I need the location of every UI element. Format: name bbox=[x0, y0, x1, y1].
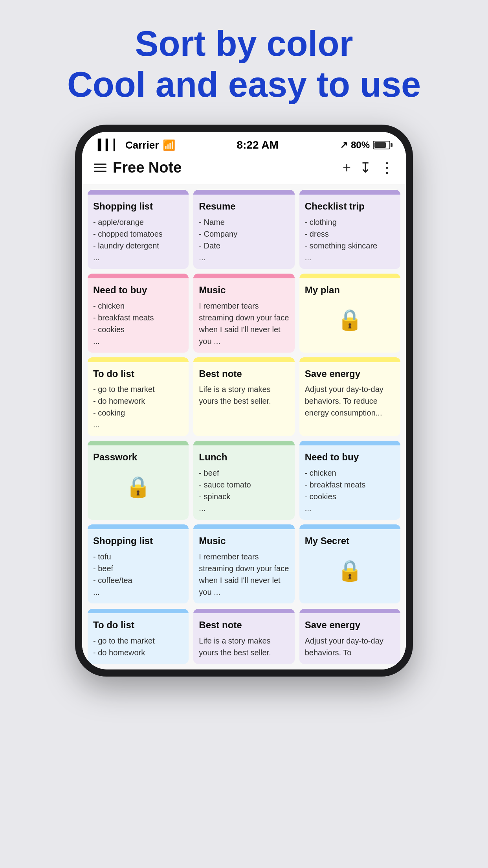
note-title: Need to buy bbox=[305, 452, 395, 463]
note-card-partial-to-do-list-partial[interactable]: To do list - go to the market- do homewo… bbox=[88, 609, 189, 664]
battery-percent: 80% bbox=[351, 140, 370, 151]
app-header-left: Free Note bbox=[94, 159, 182, 176]
note-body: Passwork🔒 bbox=[88, 445, 189, 520]
note-content: - chicken- breakfast meats- cookies ... bbox=[305, 467, 395, 514]
note-title: Save energy bbox=[305, 620, 395, 631]
add-button[interactable]: + bbox=[343, 160, 351, 176]
note-color-bar bbox=[299, 357, 400, 362]
menu-line bbox=[94, 171, 106, 172]
status-right: ↗ 80% bbox=[340, 140, 390, 151]
note-body: Shopping list- apple/orange- chopped tom… bbox=[88, 195, 189, 269]
location-icon: ↗ bbox=[340, 140, 348, 151]
note-body: To do list - go to the market- do homewo… bbox=[88, 613, 189, 664]
note-card-to-do-list[interactable]: To do list- go to the market- do homewor… bbox=[88, 357, 189, 436]
note-body: Checklist trip- clothing- dress- somethi… bbox=[299, 195, 400, 269]
headline-line2: Cool and easy to use bbox=[67, 64, 421, 105]
note-content: - apple/orange- chopped tomatoes- laundr… bbox=[93, 216, 183, 263]
wifi-icon: 📶 bbox=[163, 139, 175, 151]
note-card-my-plan[interactable]: My plan🔒 bbox=[299, 274, 400, 353]
status-bar: ▍▎▏ Carrier 📶 8:22 AM ↗ 80% bbox=[82, 132, 406, 155]
phone-screen: ▍▎▏ Carrier 📶 8:22 AM ↗ 80% bbox=[82, 132, 406, 669]
note-title: Need to buy bbox=[93, 285, 183, 296]
note-color-bar bbox=[88, 441, 189, 445]
menu-line bbox=[94, 164, 106, 165]
note-body: Need to buy- chicken- breakfast meats- c… bbox=[299, 445, 400, 520]
note-body: Lunch- beef- sauce tomato- spinack ... bbox=[193, 445, 294, 520]
note-title: Best note bbox=[199, 620, 289, 631]
notes-grid-partial: To do list - go to the market- do homewo… bbox=[82, 609, 406, 669]
note-color-bar bbox=[193, 441, 294, 445]
note-color-bar bbox=[299, 609, 400, 613]
notes-grid: Shopping list- apple/orange- chopped tom… bbox=[82, 184, 406, 609]
note-content: - beef- sauce tomato- spinack ... bbox=[199, 467, 289, 514]
note-card-passwork[interactable]: Passwork🔒 bbox=[88, 441, 189, 520]
note-content: I remember tears streaming down your fac… bbox=[199, 551, 289, 598]
note-content: Life is a story makes yours the best sel… bbox=[199, 383, 289, 407]
note-card-save-energy[interactable]: Save energyAdjust your day-to-day behavi… bbox=[299, 357, 400, 436]
page-wrapper: Sort by color Cool and easy to use ▍▎▏ C… bbox=[0, 0, 488, 868]
note-title: Music bbox=[199, 535, 289, 547]
note-content: - go to the market- do homework- cooking… bbox=[93, 383, 183, 430]
note-body: Best note Life is a story makes yours th… bbox=[193, 613, 294, 664]
headline-line1: Sort by color bbox=[67, 24, 421, 64]
note-color-bar bbox=[299, 524, 400, 529]
note-body: MusicI remember tears streaming down you… bbox=[193, 278, 294, 353]
note-card-need-to-buy[interactable]: Need to buy- chicken- breakfast meats- c… bbox=[88, 274, 189, 353]
note-card-partial-save-energy-partial[interactable]: Save energy Adjust your day-to-day behav… bbox=[299, 609, 400, 664]
note-body: Shopping list- tofu- beef- coffee/tea ..… bbox=[88, 529, 189, 603]
status-left: ▍▎▏ Carrier 📶 bbox=[98, 139, 175, 151]
note-content: - tofu- beef- coffee/tea ... bbox=[93, 551, 183, 598]
note-card-partial-best-note-partial[interactable]: Best note Life is a story makes yours th… bbox=[193, 609, 294, 664]
note-title: Checklist trip bbox=[305, 201, 395, 212]
note-body: My plan🔒 bbox=[299, 278, 400, 353]
note-color-bar bbox=[299, 441, 400, 445]
note-title: Music bbox=[199, 285, 289, 296]
note-content: - go to the market- do homework bbox=[93, 635, 183, 658]
more-button[interactable]: ⋮ bbox=[380, 160, 394, 176]
note-title: Lunch bbox=[199, 452, 289, 463]
note-color-bar bbox=[88, 609, 189, 613]
note-body: To do list- go to the market- do homewor… bbox=[88, 362, 189, 436]
note-body: Save energy Adjust your day-to-day behav… bbox=[299, 613, 400, 664]
note-card-shopping-list-2[interactable]: Shopping list- tofu- beef- coffee/tea ..… bbox=[88, 524, 189, 603]
note-title: Resume bbox=[199, 201, 289, 212]
note-title: My Secret bbox=[305, 535, 395, 547]
note-color-bar bbox=[193, 524, 294, 529]
note-title: To do list bbox=[93, 620, 183, 631]
signal-icon: ▍▎▏ bbox=[98, 139, 121, 151]
note-card-music[interactable]: MusicI remember tears streaming down you… bbox=[193, 274, 294, 353]
menu-button[interactable] bbox=[94, 164, 106, 172]
note-color-bar bbox=[193, 357, 294, 362]
note-content: - chicken- breakfast meats- cookies ... bbox=[93, 300, 183, 347]
note-card-music-2[interactable]: MusicI remember tears streaming down you… bbox=[193, 524, 294, 603]
note-title: Passwork bbox=[93, 452, 183, 463]
note-title: My plan bbox=[305, 285, 395, 296]
note-card-lunch[interactable]: Lunch- beef- sauce tomato- spinack ... bbox=[193, 441, 294, 520]
note-body: Save energyAdjust your day-to-day behavi… bbox=[299, 362, 400, 436]
note-body: Best noteLife is a story makes yours the… bbox=[193, 362, 294, 436]
note-card-need-to-buy-2[interactable]: Need to buy- chicken- breakfast meats- c… bbox=[299, 441, 400, 520]
note-color-bar bbox=[193, 274, 294, 278]
note-card-resume[interactable]: Resume- Name- Company- Date ... bbox=[193, 190, 294, 269]
sort-button[interactable]: ↧︎ bbox=[360, 160, 371, 176]
note-card-best-note[interactable]: Best noteLife is a story makes yours the… bbox=[193, 357, 294, 436]
app-header: Free Note + ↧︎ ⋮ bbox=[82, 155, 406, 184]
note-content: Adjust your day-to-day behaviors. To red… bbox=[305, 383, 395, 419]
lock-icon: 🔒 bbox=[305, 551, 395, 590]
note-card-shopping-list[interactable]: Shopping list- apple/orange- chopped tom… bbox=[88, 190, 189, 269]
carrier-label: Carrier bbox=[125, 139, 159, 151]
note-color-bar bbox=[88, 524, 189, 529]
note-color-bar bbox=[88, 190, 189, 195]
note-color-bar bbox=[193, 190, 294, 195]
note-card-my-secret[interactable]: My Secret🔒 bbox=[299, 524, 400, 603]
note-content: I remember tears streaming down your fac… bbox=[199, 300, 289, 347]
note-content: Adjust your day-to-day behaviors. To bbox=[305, 635, 395, 658]
note-body: Need to buy- chicken- breakfast meats- c… bbox=[88, 278, 189, 353]
note-color-bar bbox=[88, 357, 189, 362]
note-color-bar bbox=[299, 190, 400, 195]
note-title: Shopping list bbox=[93, 201, 183, 212]
note-title: Best note bbox=[199, 368, 289, 380]
battery-icon bbox=[373, 141, 390, 149]
note-card-checklist-trip[interactable]: Checklist trip- clothing- dress- somethi… bbox=[299, 190, 400, 269]
app-title: Free Note bbox=[113, 159, 182, 176]
